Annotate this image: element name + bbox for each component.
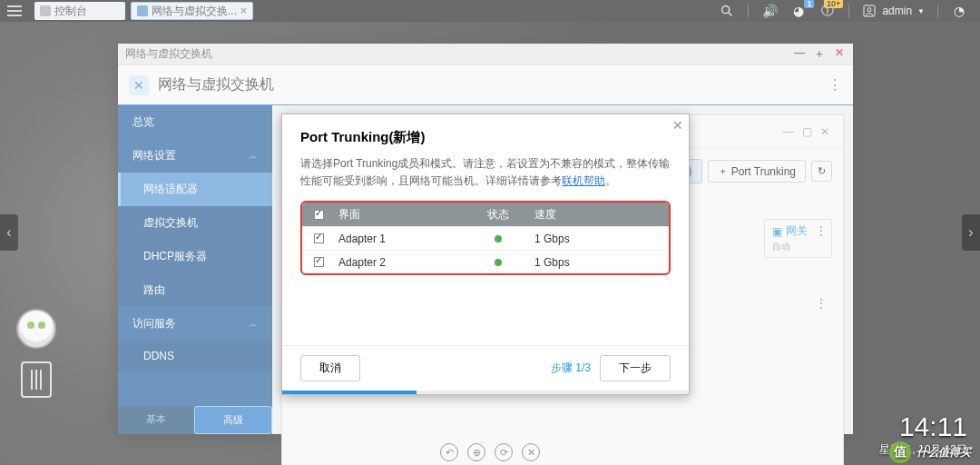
modal-description: 请选择Port Trunking成员和模式。请注意，若设置为不兼容的模式，整体传…: [282, 155, 689, 201]
next-arrow[interactable]: ›: [962, 214, 980, 251]
table-row[interactable]: Adapter 2 1 Gbps: [302, 250, 669, 273]
status-dot-icon: [495, 235, 502, 242]
close-icon[interactable]: ✕: [672, 118, 683, 133]
watermark: 值 什么值得买: [889, 441, 971, 463]
modal-title: Port Trunking(新增): [282, 114, 689, 155]
next-button[interactable]: 下一步: [600, 355, 671, 381]
port-trunking-modal: ✕ Port Trunking(新增) 请选择Port Trunking成员和模…: [281, 114, 690, 395]
row-checkbox[interactable]: [314, 233, 324, 243]
tool-icon[interactable]: ↶: [440, 443, 458, 461]
tool-icon[interactable]: ⟳: [495, 443, 513, 461]
table-row[interactable]: Adapter 1 1 Gbps: [302, 226, 669, 250]
brand-icon: 值: [889, 441, 911, 463]
os-bottom-tools: ↶ ⊕ ⟳ ✕: [440, 443, 540, 461]
select-all-checkbox[interactable]: [314, 210, 324, 220]
tool-icon[interactable]: ⊕: [467, 443, 485, 461]
cancel-button[interactable]: 取消: [300, 355, 360, 381]
status-dot-icon: [495, 259, 502, 266]
step-indicator: 步骤 1/3: [551, 361, 591, 376]
help-link[interactable]: 联机帮助: [562, 174, 605, 187]
table-header: 界面 状态 速度: [302, 203, 669, 226]
progress-bar: [282, 391, 689, 394]
row-checkbox[interactable]: [314, 257, 324, 267]
time: 14:11: [879, 413, 967, 440]
adapter-table: 界面 状态 速度 Adapter 1 1 Gbps Adapter 2 1 Gb…: [300, 201, 671, 275]
tool-icon[interactable]: ✕: [522, 443, 540, 461]
prev-arrow[interactable]: ‹: [0, 214, 18, 251]
